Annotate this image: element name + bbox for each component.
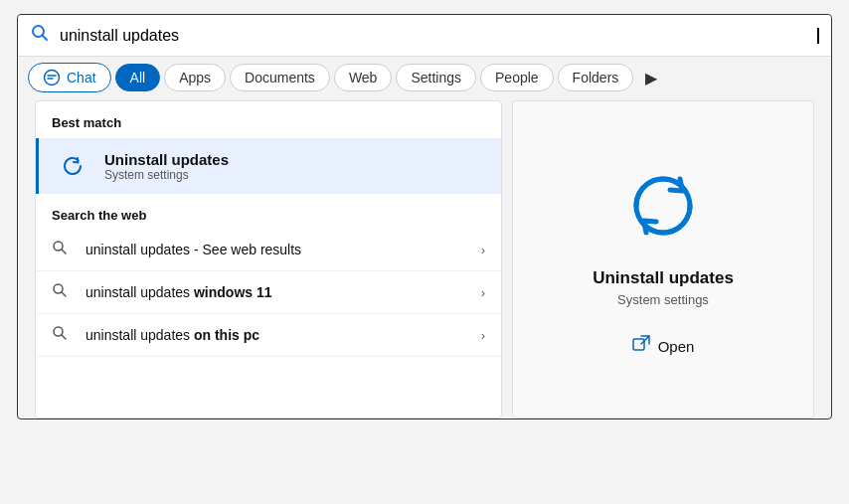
best-match-text: Uninstall updates System settings: [104, 151, 229, 182]
svg-line-10: [641, 336, 649, 344]
web-item-arrow-3: ›: [481, 328, 485, 343]
tab-all[interactable]: All: [115, 64, 161, 91]
right-panel: Uninstall updates System settings Open: [512, 100, 814, 419]
tab-people[interactable]: People: [480, 64, 554, 91]
web-item-text-3: uninstall updates on this pc: [85, 327, 467, 343]
svg-point-2: [45, 71, 60, 85]
search-tabs: Chat All Apps Documents Web Settings Peo…: [18, 57, 831, 98]
svg-rect-9: [633, 339, 644, 350]
web-search-icon-1: [52, 240, 72, 259]
best-match-item[interactable]: Uninstall updates System settings: [36, 138, 501, 194]
search-input-display[interactable]: uninstall updates: [60, 27, 816, 45]
search-window: uninstall updates Chat All Apps Document…: [17, 14, 832, 420]
web-item-3[interactable]: uninstall updates on this pc ›: [36, 314, 501, 357]
best-match-subtitle: System settings: [104, 168, 229, 182]
web-item-2[interactable]: uninstall updates windows 11 ›: [36, 271, 501, 314]
tab-apps[interactable]: Apps: [164, 64, 226, 91]
tab-documents[interactable]: Documents: [230, 64, 330, 91]
open-label: Open: [658, 338, 695, 355]
svg-line-8: [62, 335, 66, 339]
tab-people-label: People: [495, 70, 539, 85]
search-bar: uninstall updates: [18, 15, 831, 57]
tab-folders[interactable]: Folders: [558, 64, 634, 91]
tab-settings-label: Settings: [411, 70, 461, 85]
tab-chat[interactable]: Chat: [28, 63, 111, 92]
tab-web-label: Web: [349, 70, 378, 85]
web-item-1[interactable]: uninstall updates - See web results ›: [36, 229, 501, 271]
tab-chat-label: Chat: [67, 70, 96, 85]
svg-line-4: [62, 250, 66, 253]
best-match-title: Uninstall updates: [104, 151, 229, 168]
best-match-label: Best match: [36, 101, 501, 138]
result-subtitle: System settings: [617, 292, 709, 307]
result-title: Uninstall updates: [593, 268, 734, 288]
search-icon: [30, 23, 50, 48]
tab-documents-label: Documents: [245, 70, 315, 85]
tab-web[interactable]: Web: [334, 64, 393, 91]
uninstall-updates-icon: [55, 148, 90, 184]
web-item-arrow-2: ›: [481, 285, 485, 300]
web-search-icon-3: [52, 325, 72, 345]
main-content: Best match Uninstall updates System sett…: [18, 100, 831, 419]
tab-more-button[interactable]: ▶: [637, 64, 665, 92]
web-item-arrow-1: ›: [481, 243, 485, 257]
result-icon-large: [618, 161, 708, 251]
tab-folders-label: Folders: [573, 70, 619, 85]
open-button[interactable]: Open: [632, 335, 695, 358]
web-search-icon-2: [52, 282, 72, 302]
web-section-label: Search the web: [36, 194, 501, 229]
open-icon: [632, 335, 650, 358]
svg-line-1: [43, 36, 48, 41]
svg-line-6: [62, 292, 66, 296]
tab-apps-label: Apps: [179, 70, 211, 85]
web-item-text-1: uninstall updates - See web results: [85, 242, 467, 257]
tab-settings[interactable]: Settings: [396, 64, 476, 91]
tab-all-label: All: [130, 70, 146, 85]
web-item-text-2: uninstall updates windows 11: [85, 284, 467, 300]
left-panel: Best match Uninstall updates System sett…: [35, 100, 502, 419]
